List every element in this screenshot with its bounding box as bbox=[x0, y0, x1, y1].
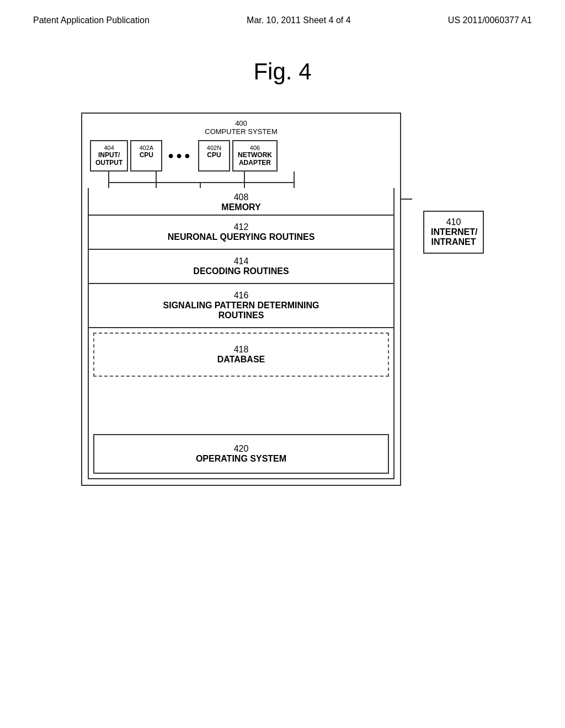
comp-406-num: 406 bbox=[238, 144, 272, 151]
comp-402n-name: CPU bbox=[204, 151, 225, 159]
component-406: 406 NETWORKADAPTER bbox=[232, 140, 278, 172]
header-center: Mar. 10, 2011 Sheet 4 of 4 bbox=[247, 15, 351, 25]
connector-svg bbox=[90, 172, 392, 188]
header-left: Patent Application Publication bbox=[33, 15, 150, 25]
comp-402a-name: CPU bbox=[136, 151, 157, 159]
diagram-area: 400 COMPUTER SYSTEM 404 INPUT/OUTPUT 402… bbox=[0, 113, 565, 486]
memory-section: 408 MEMORY 412 NEURONAL QUERYING ROUTINE… bbox=[88, 188, 395, 479]
routine-412-num: 412 bbox=[91, 222, 391, 232]
memory-num: 408 bbox=[91, 192, 391, 202]
database-label: DATABASE bbox=[97, 355, 386, 365]
connector-line bbox=[401, 199, 412, 200]
comp-404-name: INPUT/OUTPUT bbox=[95, 151, 122, 167]
database-box: 418 DATABASE bbox=[93, 333, 389, 377]
comp-402n-num: 402N bbox=[204, 144, 225, 151]
computer-system-box: 400 COMPUTER SYSTEM 404 INPUT/OUTPUT 402… bbox=[81, 113, 401, 486]
cs-number: 400 bbox=[235, 119, 247, 127]
header-right: US 2011/0060377 A1 bbox=[448, 15, 532, 25]
routine-414-num: 414 bbox=[91, 256, 391, 266]
comp-404-num: 404 bbox=[95, 144, 122, 151]
comp-402a-num: 402A bbox=[136, 144, 157, 151]
routine-414-name: DECODING ROUTINES bbox=[91, 266, 391, 276]
routine-416-name: SIGNALING PATTERN DETERMININGROUTINES bbox=[91, 301, 391, 320]
routine-412: 412 NEURONAL QUERYING ROUTINES bbox=[89, 216, 393, 250]
internet-box: 410 INTERNET/INTRANET bbox=[423, 211, 484, 254]
internet-name: INTERNET/INTRANET bbox=[431, 227, 476, 247]
os-num: 420 bbox=[97, 444, 386, 454]
dots-separator: ●●● bbox=[164, 140, 196, 172]
component-404: 404 INPUT/OUTPUT bbox=[90, 140, 128, 172]
spacer bbox=[89, 379, 393, 434]
os-box: 420 OPERATING SYSTEM bbox=[93, 434, 389, 474]
routine-414: 414 DECODING ROUTINES bbox=[89, 250, 393, 284]
cs-label: 400 COMPUTER SYSTEM bbox=[88, 119, 395, 136]
page-header: Patent Application Publication Mar. 10, … bbox=[0, 0, 565, 25]
routine-416-num: 416 bbox=[91, 291, 391, 301]
figure-title: Fig. 4 bbox=[0, 58, 565, 85]
memory-header: 408 MEMORY bbox=[89, 188, 393, 216]
os-label: OPERATING SYSTEM bbox=[97, 454, 386, 464]
component-402a: 402A CPU bbox=[130, 140, 162, 172]
routine-412-name: NEURONAL QUERYING ROUTINES bbox=[91, 232, 391, 242]
routine-416: 416 SIGNALING PATTERN DETERMININGROUTINE… bbox=[89, 284, 393, 328]
database-wrapper: 418 DATABASE bbox=[89, 328, 393, 379]
internet-connector-area: 410 INTERNET/INTRANET bbox=[401, 178, 484, 254]
memory-label: MEMORY bbox=[91, 202, 391, 212]
comp-406-name: NETWORKADAPTER bbox=[238, 151, 272, 167]
database-num: 418 bbox=[97, 345, 386, 355]
component-402n: 402N CPU bbox=[198, 140, 230, 172]
internet-num: 410 bbox=[431, 217, 476, 227]
cs-text: COMPUTER SYSTEM bbox=[205, 127, 277, 136]
